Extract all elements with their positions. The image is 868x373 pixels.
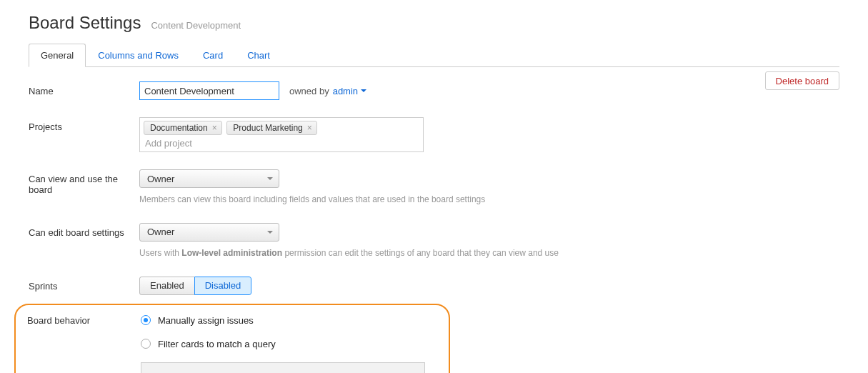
can-edit-help: Users with Low-level administration perm…: [139, 247, 559, 259]
can-view-help: Members can view this board including fi…: [139, 194, 485, 206]
remove-tag-icon[interactable]: ×: [212, 123, 217, 133]
settings-tabs: General Columns and Rows Card Chart: [29, 43, 839, 67]
behavior-filter-radio[interactable]: [141, 339, 151, 349]
board-behavior-highlight: Board behavior Manually assign issues Fi…: [14, 304, 450, 373]
tab-card[interactable]: Card: [191, 44, 235, 67]
sprints-toggle: Enabled Disabled: [139, 277, 251, 295]
can-view-select[interactable]: Owner: [139, 169, 279, 188]
project-tag: Documentation ×: [144, 121, 222, 135]
tab-general[interactable]: General: [29, 44, 86, 67]
behavior-manual-label: Manually assign issues: [158, 315, 254, 326]
can-view-label: Can view and use the board: [29, 169, 139, 195]
tab-chart[interactable]: Chart: [235, 44, 282, 67]
board-behavior-label: Board behavior: [27, 315, 141, 326]
project-tag: Product Marketing ×: [226, 121, 316, 135]
can-edit-select[interactable]: Owner: [139, 223, 279, 242]
board-name-input[interactable]: [139, 81, 279, 100]
sprints-label: Sprints: [29, 277, 139, 292]
behavior-query-input[interactable]: [141, 362, 425, 373]
can-edit-label: Can edit board settings: [29, 223, 139, 238]
caret-down-icon: [361, 89, 366, 92]
radio-dot-icon: [144, 318, 148, 322]
caret-down-icon: [267, 177, 273, 180]
page-title: Board Settings: [29, 13, 141, 33]
caret-down-icon: [267, 231, 273, 234]
delete-board-button[interactable]: Delete board: [765, 71, 839, 90]
sprints-enabled-button[interactable]: Enabled: [139, 277, 194, 295]
owner-dropdown[interactable]: admin: [333, 86, 366, 96]
tab-columns-rows[interactable]: Columns and Rows: [86, 44, 191, 67]
projects-input[interactable]: Documentation × Product Marketing × Add …: [139, 117, 424, 152]
remove-tag-icon[interactable]: ×: [307, 123, 312, 133]
sprints-disabled-button[interactable]: Disabled: [194, 277, 252, 295]
owned-by-label: owned by admin: [289, 81, 366, 100]
projects-label: Projects: [29, 117, 139, 132]
behavior-manual-radio[interactable]: [141, 315, 151, 325]
page-subtitle: Content Development: [151, 20, 241, 31]
behavior-filter-label: Filter cards to match a query: [158, 339, 276, 349]
name-label: Name: [29, 81, 139, 96]
projects-placeholder: Add project: [144, 136, 419, 149]
